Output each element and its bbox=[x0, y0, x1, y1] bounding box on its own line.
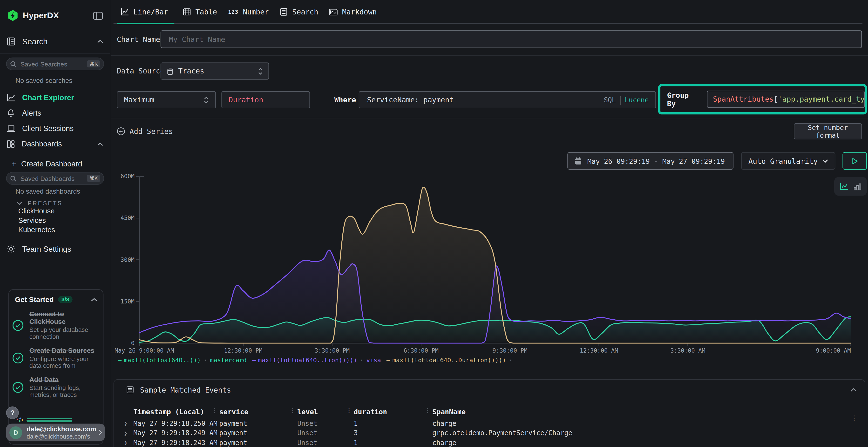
row-expand-chevron-icon[interactable]: ❯ bbox=[124, 440, 133, 446]
table-cell: Unset bbox=[297, 429, 354, 437]
legend-separator: · bbox=[509, 357, 513, 364]
granularity-select[interactable]: Auto Granularity bbox=[741, 152, 835, 170]
get-started-item[interactable]: Create Data Sources Configure where your… bbox=[12, 347, 98, 369]
shortcut-badge: ⌘K bbox=[87, 60, 100, 67]
legend-item[interactable]: —maxIf(toFloat64O..tion)))))·visa bbox=[252, 357, 381, 364]
group-by-highlight: Group By SpanAttributes['app.payment.car… bbox=[658, 84, 867, 114]
tab-table[interactable]: Table bbox=[183, 8, 217, 16]
table-cell: payment bbox=[219, 439, 297, 447]
column-header-label: service bbox=[219, 407, 248, 415]
gear-icon bbox=[7, 244, 16, 253]
column-header-spanname[interactable]: ⋮SpanName bbox=[432, 407, 865, 415]
events-collapse-icon[interactable] bbox=[850, 387, 857, 392]
column-header-level[interactable]: ⋮level bbox=[297, 407, 354, 415]
events-title: Sample Matched Events bbox=[140, 386, 231, 394]
play-icon bbox=[851, 157, 858, 165]
chevron-up-icon[interactable] bbox=[91, 297, 98, 302]
check-circle-icon bbox=[12, 352, 24, 364]
table-row[interactable]: ❯May 27 9:29:18.250 AMpaymentUnset1charg… bbox=[114, 419, 865, 428]
column-header-label: Timestamp (Local) bbox=[133, 407, 204, 415]
saved-searches-input[interactable]: Saved Searches ⌘K bbox=[6, 58, 104, 70]
tabbar-baseline bbox=[114, 23, 863, 24]
legend-group-label: visa bbox=[366, 357, 381, 364]
tab-search[interactable]: Search bbox=[279, 8, 318, 16]
table-icon bbox=[183, 8, 191, 16]
user-menu[interactable]: D dale@clickhouse.com dale@clickhouse.co… bbox=[6, 424, 105, 441]
sql-toggle[interactable]: SQL bbox=[604, 96, 616, 104]
hyperdx-logo-icon bbox=[7, 9, 19, 22]
sidebar-item-team-settings[interactable]: Team Settings bbox=[0, 241, 111, 256]
run-query-button[interactable] bbox=[842, 152, 867, 170]
chart-name-input[interactable] bbox=[168, 34, 855, 44]
sidebar-item-search[interactable]: Search bbox=[0, 34, 111, 49]
where-input-wrap: SQL | Lucene bbox=[359, 91, 656, 108]
row-expand-chevron-icon[interactable]: ❯ bbox=[124, 430, 133, 436]
sidebar-item-chart-explorer[interactable]: Chart Explorer bbox=[0, 90, 111, 105]
table-row[interactable]: ❯May 27 9:29:18.249 AMpaymentUnset3grpc.… bbox=[114, 428, 865, 438]
chevron-up-icon[interactable] bbox=[97, 39, 104, 44]
y-tick-label: 300M bbox=[121, 256, 134, 263]
legend-separator: · bbox=[204, 357, 207, 364]
column-header-label: SpanName bbox=[432, 407, 466, 415]
column-resize-handle[interactable]: ⋮ bbox=[346, 407, 352, 414]
column-header-duration[interactable]: ⋮duration bbox=[354, 407, 432, 415]
aggregation-select[interactable]: Maximum bbox=[117, 91, 216, 108]
field-select[interactable]: Duration bbox=[221, 91, 310, 108]
group-by-input[interactable]: SpanAttributes['app.payment.card_type'] bbox=[707, 91, 865, 108]
table-row[interactable]: ❯May 27 9:29:18.243 AMpaymentUnset1charg… bbox=[114, 438, 865, 447]
table-cell: 1 bbox=[354, 439, 432, 447]
markdown-icon bbox=[329, 8, 338, 16]
column-resize-handle[interactable]: ⋮ bbox=[425, 407, 431, 414]
legend-series-label: maxIf(toFloat64O..))) bbox=[124, 357, 200, 364]
row-expand-chevron-icon[interactable]: ❯ bbox=[124, 420, 133, 426]
lucene-toggle[interactable]: Lucene bbox=[625, 96, 649, 104]
data-source-select[interactable]: Traces bbox=[161, 62, 269, 79]
column-header-service[interactable]: ⋮service bbox=[219, 407, 297, 415]
column-header-label: duration bbox=[354, 407, 387, 415]
chevron-right-icon bbox=[98, 429, 102, 436]
tab-markdown[interactable]: Markdown bbox=[329, 8, 377, 16]
legend-item[interactable]: —maxIf(toFloat64O..Duration)))))· bbox=[386, 357, 515, 364]
events-menu-icon[interactable]: ⋮ bbox=[851, 414, 858, 422]
collapse-sidebar-icon[interactable] bbox=[93, 11, 103, 20]
search-list-icon bbox=[279, 8, 288, 16]
sidebar-item-client-sessions[interactable]: Client Sessions bbox=[0, 121, 111, 136]
table-cell: May 27 9:29:18.249 AM bbox=[133, 429, 219, 437]
table-cell: grpc.oteldemo.PaymentService/Charge bbox=[432, 429, 865, 437]
check-circle-icon bbox=[12, 381, 24, 393]
alerts-bell-icon bbox=[7, 109, 15, 117]
y-tick-label: 600M bbox=[121, 173, 134, 180]
sidebar-item-preset-kubernetes[interactable]: Kubernetes bbox=[0, 225, 111, 234]
tab-number[interactable]: 123 Number bbox=[228, 8, 269, 16]
get-started-item[interactable]: Connect to ClickHouse Set up your databa… bbox=[12, 311, 98, 340]
chevron-up-icon[interactable] bbox=[97, 142, 104, 146]
sidebar-item-preset-services[interactable]: Services bbox=[0, 215, 111, 225]
add-series-button[interactable]: Add Series bbox=[117, 127, 173, 135]
table-cell: charge bbox=[432, 419, 865, 427]
where-input[interactable] bbox=[366, 95, 604, 105]
events-table-header: Timestamp (Local)⋮service⋮level⋮duration… bbox=[114, 404, 865, 419]
check-circle-icon bbox=[12, 319, 24, 331]
set-number-format-button[interactable]: Set number format bbox=[794, 123, 862, 139]
sidebar-item-dashboards[interactable]: Dashboards bbox=[0, 137, 111, 151]
sidebar-item-preset-clickhouse[interactable]: ClickHouse bbox=[0, 206, 111, 215]
sql-lucene-divider: | bbox=[619, 95, 622, 105]
sample-matched-events-panel: Sample Matched Events Timestamp (Local)⋮… bbox=[114, 379, 865, 447]
get-started-item[interactable]: Add Data Start sending logs, metrics, or… bbox=[12, 376, 98, 398]
column-resize-handle[interactable]: ⋮ bbox=[289, 407, 296, 414]
column-header-timestamp-local-[interactable]: Timestamp (Local) bbox=[133, 407, 219, 415]
create-dashboard-button[interactable]: + Create Dashboard bbox=[0, 157, 111, 170]
saved-dashboards-input[interactable]: Saved Dashboards ⌘K bbox=[6, 172, 104, 185]
brand-title: HyperDX bbox=[23, 10, 59, 21]
user-email: dale@clickhouse.com bbox=[27, 425, 96, 433]
sidebar: HyperDX Search Saved Searches ⌘K No save… bbox=[0, 0, 111, 447]
sidebar-item-alerts[interactable]: Alerts bbox=[0, 106, 111, 121]
column-resize-handle[interactable]: ⋮ bbox=[212, 407, 217, 414]
tab-line-bar[interactable]: Line/Bar bbox=[121, 8, 168, 16]
help-button[interactable]: ? bbox=[6, 407, 19, 419]
get-started-title: Get Started bbox=[15, 295, 54, 304]
legend-item[interactable]: —maxIf(toFloat64O..)))·mastercard bbox=[118, 357, 247, 364]
date-range-picker[interactable]: May 26 09:29:19 - May 27 09:29:19 bbox=[567, 152, 734, 170]
chevron-down-icon bbox=[822, 159, 828, 163]
search-icon bbox=[10, 175, 17, 182]
